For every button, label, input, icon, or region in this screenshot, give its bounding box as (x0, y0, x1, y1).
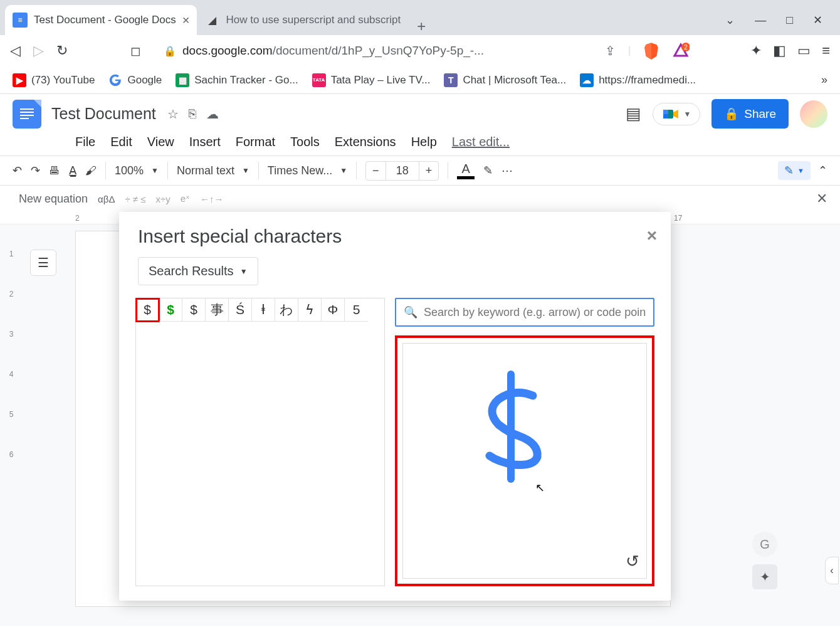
spellcheck-icon[interactable]: A̲ (69, 164, 76, 177)
font-size-stepper[interactable]: − 18 + (365, 161, 439, 181)
menu-help[interactable]: Help (411, 135, 437, 149)
eq-arrows[interactable]: ←↑→ (200, 194, 224, 204)
zoom-select[interactable]: 100% ▼ (115, 164, 159, 177)
bookmarks-overflow-icon[interactable]: » (821, 73, 827, 87)
char-cell-fullwidth-dollar[interactable]: $ (182, 298, 206, 322)
editing-mode-button[interactable]: ✎ ▼ (778, 161, 811, 180)
more-icon[interactable]: ⋯ (501, 164, 513, 177)
menu-edit[interactable]: Edit (110, 135, 132, 149)
char-cell-dollar[interactable]: $ (136, 298, 159, 322)
back-icon[interactable]: ◁ (10, 43, 21, 59)
char-cell-s-acute[interactable]: Ś (229, 298, 252, 322)
highlight-icon[interactable]: ✎ (483, 164, 493, 177)
menu-insert[interactable]: Insert (189, 135, 221, 149)
last-edit-link[interactable]: Last edit... (452, 135, 510, 149)
explore-icon[interactable]: ✦ (752, 564, 777, 589)
eq-greek[interactable]: αβΔ (98, 194, 115, 204)
eq-exp[interactable]: eˣ (181, 193, 190, 204)
reset-drawing-icon[interactable]: ↺ (626, 552, 639, 571)
share-button[interactable]: 🔒 Share (711, 99, 789, 129)
meet-icon (662, 107, 680, 121)
comments-icon[interactable]: ▤ (626, 104, 641, 124)
share-url-icon[interactable]: ⇪ (605, 43, 616, 58)
wallet-icon[interactable]: ▭ (797, 43, 811, 59)
nav-row: ◁ ▷ ↻ ◻ 🔒 docs.google.com/document/d/1hP… (0, 35, 840, 66)
char-cell-phi[interactable]: Φ (322, 298, 345, 322)
collapse-icon[interactable]: ⌃ (818, 164, 827, 177)
minimize-icon[interactable]: — (755, 14, 766, 27)
print-icon[interactable]: 🖶 (49, 164, 60, 177)
menu-file[interactable]: File (75, 135, 95, 149)
font-select[interactable]: Times New... ▼ (268, 164, 347, 177)
search-icon: 🔍 (404, 305, 417, 319)
youtube-icon: ▶ (13, 73, 26, 87)
search-input[interactable] (424, 306, 646, 319)
dialog-title: Insert special characters (119, 212, 671, 257)
char-cell-wa[interactable]: わ (275, 298, 298, 322)
vertical-ruler[interactable]: 1 2 3 4 5 6 (5, 224, 18, 626)
char-cell-koppa[interactable]: ϟ (298, 298, 322, 322)
menu-icon[interactable]: ≡ (822, 43, 830, 59)
font-size-value[interactable]: 18 (386, 162, 419, 180)
eq-ops[interactable]: ÷ ≠ ≤ (125, 194, 145, 204)
url-bar[interactable]: 🔒 docs.google.com/document/d/1hP_y_UsnQ7… (154, 38, 592, 63)
char-cell-heavy-dollar[interactable]: $ (159, 298, 182, 322)
bookmark-youtube[interactable]: ▶ (73) YouTube (13, 73, 95, 87)
grammarly-icon[interactable]: G (752, 532, 777, 557)
tata-icon: TATA (312, 73, 326, 87)
maximize-icon[interactable]: □ (786, 14, 793, 27)
menu-view[interactable]: View (147, 135, 174, 149)
draw-character-area[interactable]: ↖ ↺ (395, 335, 654, 586)
text-color-button[interactable]: A (457, 162, 475, 179)
brave-rewards-icon[interactable]: 2 (672, 42, 690, 60)
move-icon[interactable]: ⎘ (189, 107, 196, 122)
forward-icon[interactable]: ▷ (33, 43, 44, 59)
brave-shield-icon[interactable] (643, 41, 659, 60)
lock-icon: 🔒 (724, 107, 739, 121)
tab-title-2: How to use superscript and subscript (226, 14, 401, 26)
redo-icon[interactable]: ↷ (31, 164, 40, 177)
paint-format-icon[interactable]: 🖌 (85, 164, 97, 177)
new-tab-button[interactable]: + (408, 18, 434, 35)
char-cell-cjk[interactable]: 事 (206, 298, 229, 322)
new-equation-label[interactable]: New equation (19, 192, 88, 206)
tab-inactive[interactable]: ◢ How to use superscript and subscript (197, 5, 408, 35)
tab-title: Test Document - Google Docs (34, 14, 176, 26)
undo-icon[interactable]: ↶ (13, 164, 22, 177)
category-dropdown[interactable]: Search Results ▼ (138, 257, 258, 285)
cloud-status-icon[interactable]: ☁ (206, 107, 219, 122)
char-cell-five[interactable]: 5 (345, 298, 368, 322)
bookmark-tata[interactable]: TATA Tata Play – Live TV... (312, 73, 431, 87)
decrease-icon[interactable]: − (366, 162, 386, 180)
style-select[interactable]: Normal text ▼ (177, 164, 249, 177)
reload-icon[interactable]: ↻ (56, 43, 68, 59)
close-dialog-icon[interactable]: × (647, 226, 657, 246)
close-icon[interactable]: × (182, 13, 190, 28)
avatar[interactable] (800, 100, 827, 128)
sidepanel-icon[interactable]: ◧ (773, 43, 786, 59)
bookmark-onedrive[interactable]: ☁ https://framedmedi... (580, 73, 696, 87)
meet-button[interactable]: ▼ (653, 103, 700, 125)
drawn-glyph (480, 369, 555, 495)
side-panel-toggle[interactable]: ‹ (825, 557, 839, 584)
document-title[interactable]: Test Document (51, 105, 156, 123)
chevron-down-icon[interactable]: ⌄ (725, 13, 735, 27)
eq-rel[interactable]: x÷y (155, 194, 170, 204)
star-icon[interactable]: ☆ (167, 107, 179, 122)
bookmark-outline-icon[interactable]: ◻ (130, 43, 141, 58)
menu-format[interactable]: Format (236, 135, 275, 149)
extensions-icon[interactable]: ✦ (750, 43, 762, 59)
tab-active[interactable]: ≡ Test Document - Google Docs × (5, 5, 197, 35)
char-cell-stroke[interactable]: ⱡ (252, 298, 275, 322)
outline-button[interactable]: ☰ (30, 250, 56, 276)
bookmark-teams[interactable]: T Chat | Microsoft Tea... (444, 73, 566, 87)
close-window-icon[interactable]: ✕ (813, 13, 822, 27)
bookmark-google[interactable]: Google (108, 73, 162, 87)
nav-icons-right: ✦ ◧ ▭ ≡ (750, 43, 830, 59)
increase-icon[interactable]: + (419, 162, 439, 180)
menu-extensions[interactable]: Extensions (335, 135, 396, 149)
bookmark-sheets[interactable]: ▦ Sachin Tracker - Go... (176, 73, 298, 87)
docs-logo[interactable] (13, 100, 41, 129)
close-equation-icon[interactable]: ✕ (816, 191, 827, 207)
menu-tools[interactable]: Tools (290, 135, 320, 149)
